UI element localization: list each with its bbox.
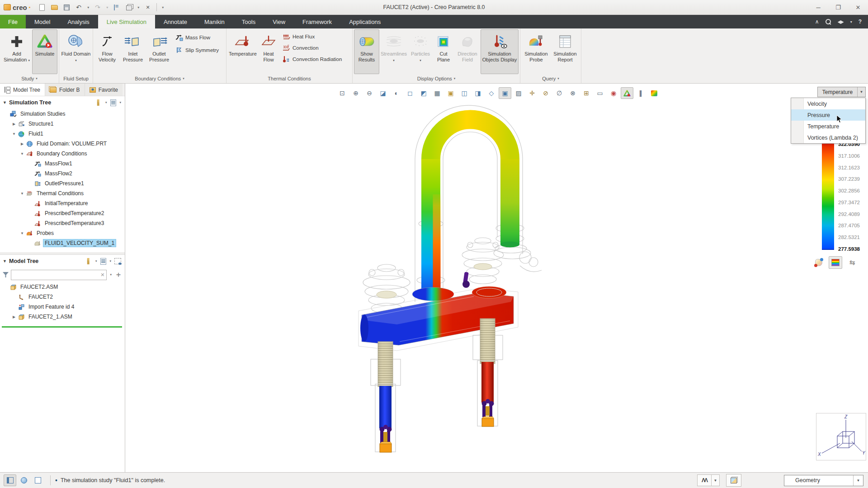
expander-closed[interactable]: ▶ (11, 315, 17, 319)
plane-annotation-off-icon[interactable]: ⊘ (539, 87, 552, 99)
datum-axes-display-icon[interactable]: ✛ (526, 87, 538, 99)
legend-display-button[interactable] (829, 256, 842, 269)
collapse-ribbon-icon[interactable]: ∧ (815, 19, 819, 25)
tree-settings-caret[interactable]: ▾ (118, 101, 122, 104)
tab-file[interactable]: File (0, 15, 26, 28)
tree-row-selected[interactable]: FLUID1_VELOCITY_SUM_1 (0, 238, 125, 248)
heat-flow-button[interactable]: Heat Flow (258, 29, 279, 74)
tree-row[interactable]: PrescribedTemperature3 (0, 218, 125, 228)
csys-display-off-icon[interactable]: ⊗ (566, 87, 579, 99)
convection-button[interactable]: 2 Convection (282, 43, 348, 52)
point-display-off-icon[interactable]: ∅ (553, 87, 566, 99)
simulation-probe-button[interactable]: Simulation Probe (522, 29, 551, 74)
tab-framework[interactable]: Framework (294, 15, 340, 28)
group-label-thermal-conditions[interactable]: Thermal Conditions (226, 74, 352, 83)
show-results-button[interactable]: Show Results (354, 29, 379, 74)
close-button[interactable]: ✕ (848, 0, 868, 14)
tree-row[interactable]: PrescribedTemperature2 (0, 208, 125, 218)
group-label-query[interactable]: Query▾ (520, 74, 581, 83)
menu-item-vortices[interactable]: Vortices (Lambda 2) (791, 132, 865, 143)
undo-caret[interactable]: ▾ (85, 5, 91, 9)
enhanced-realism-view-icon[interactable]: ▣ (499, 87, 511, 99)
learning-caret[interactable]: ▾ (850, 20, 852, 24)
tab-model[interactable]: Model (26, 15, 59, 28)
navigator-tab-favorites[interactable]: ✱Favorite (85, 84, 123, 96)
tab-view[interactable]: View (264, 15, 294, 28)
tree-row[interactable]: ▶ Structure1 (0, 119, 125, 129)
model-tree-collapse-icon[interactable]: ▼ (3, 259, 9, 263)
tree-row[interactable]: MassFlow1 (0, 159, 125, 169)
filter-funnel-icon[interactable] (3, 272, 9, 277)
zoom-region-icon[interactable]: ⊡ (336, 87, 349, 99)
plane-display-icon[interactable]: ◫ (458, 87, 471, 99)
group-label-fluid-setup[interactable]: Fluid Setup (59, 74, 93, 83)
model-tree-settings-caret[interactable]: ▾ (108, 259, 112, 263)
simulation-tree-collapse-icon[interactable]: ▼ (3, 100, 9, 105)
tree-row[interactable]: MassFlow2 (0, 169, 125, 178)
heat-flux-button[interactable]: Heat Flux (282, 32, 348, 41)
tree-row[interactable]: FAUCET2.ASM (0, 282, 125, 292)
regenerate-button[interactable] (111, 2, 122, 13)
spin-center-off-icon[interactable]: ⊞ (580, 87, 593, 99)
fullscreen-toggle-button[interactable] (32, 474, 44, 486)
group-label-study[interactable]: Study▾ (0, 74, 59, 83)
model-tree-tools-icon[interactable] (85, 257, 94, 266)
learning-connector-icon[interactable] (838, 19, 844, 24)
window-button[interactable] (123, 2, 134, 13)
tab-manikin[interactable]: Manikin (196, 15, 233, 28)
section-hatch-icon[interactable]: ▨ (512, 87, 525, 99)
model-tree-tools-caret[interactable]: ▾ (94, 259, 98, 263)
add-simulation-button[interactable]: Add Simulation ▾ (1, 29, 32, 74)
tree-settings-icon[interactable] (108, 98, 118, 107)
zoom-out-icon[interactable]: ⊖ (363, 87, 376, 99)
tree-row[interactable]: ▼ Fluid1 (0, 129, 125, 139)
selection-filter-caret[interactable]: ▼ (853, 475, 863, 486)
selection-filter-dropdown[interactable]: Geometry ▼ (784, 475, 863, 486)
repaint-icon[interactable]: ◪ (377, 87, 389, 99)
tree-row[interactable]: ▶ Fluid Domain: VOLUME.PRT (0, 139, 125, 149)
menu-item-pressure[interactable]: Pressure (791, 109, 865, 121)
expander-open[interactable]: ▼ (19, 152, 25, 156)
mass-flow-button[interactable]: Mass Flow (175, 33, 222, 42)
restore-button[interactable]: ❐ (828, 0, 848, 14)
help-icon[interactable]: ? (859, 19, 862, 25)
group-label-display-options[interactable]: Display Options▾ (353, 74, 520, 83)
pause-simulation-icon[interactable]: ∥ (634, 87, 647, 99)
flow-velocity-button[interactable]: Flow Velocity (94, 29, 120, 74)
menu-item-temperature[interactable]: Temperature (791, 121, 865, 132)
color-legend-view-icon[interactable] (648, 87, 660, 99)
menu-item-velocity[interactable]: Velocity (791, 98, 865, 109)
tree-tools-icon[interactable] (94, 98, 104, 107)
window-caret[interactable]: ▾ (136, 5, 141, 9)
legend-appearance-button[interactable] (812, 256, 826, 269)
simulation-report-button[interactable]: Simulation Report (551, 29, 580, 74)
tree-row[interactable]: ▶ FAUCET2_1.ASM (0, 312, 125, 322)
tab-analysis[interactable]: Analysis (59, 15, 98, 28)
new-file-button[interactable] (37, 2, 47, 13)
navigator-tab-model-tree[interactable]: Model Tree (0, 84, 45, 96)
navigator-tab-folder-browser[interactable]: Folder B (45, 84, 85, 96)
filter-add-button[interactable]: ＋ (115, 270, 122, 280)
tree-row[interactable]: ▼ Thermal Conditions (0, 188, 125, 198)
tree-row[interactable]: OutletPressure1 (0, 178, 125, 188)
undo-button[interactable]: ↶ (73, 2, 84, 13)
simulate-button[interactable]: Simulate (32, 29, 57, 74)
result-quantity-caret[interactable]: ▼ (857, 87, 865, 97)
expander-open[interactable]: ▼ (19, 231, 25, 235)
select-box-button[interactable] (726, 474, 741, 487)
appearance-gallery-icon[interactable]: ◐ (390, 87, 403, 99)
tree-tools-caret[interactable]: ▾ (104, 101, 108, 104)
live-simulation-display-icon[interactable] (621, 87, 633, 99)
filter-input[interactable] (11, 270, 106, 280)
save-button[interactable] (61, 2, 72, 13)
shaded-cube-view-icon[interactable]: ◇ (485, 87, 498, 99)
result-quantity-dropdown[interactable]: Temperature ▼ (817, 87, 866, 97)
redo-button[interactable]: ↷ (92, 2, 103, 13)
filter-caret[interactable]: ▾ (109, 273, 113, 277)
tab-annotate[interactable]: Annotate (155, 15, 196, 28)
capture-image-icon[interactable]: ▦ (431, 87, 443, 99)
expander-closed[interactable]: ▶ (19, 142, 25, 146)
convection-radiation-button[interactable]: Convection Radiation (282, 55, 348, 64)
model-tree-display-icon[interactable] (113, 257, 122, 266)
cut-plane-button[interactable]: Cut Plane (433, 29, 454, 74)
